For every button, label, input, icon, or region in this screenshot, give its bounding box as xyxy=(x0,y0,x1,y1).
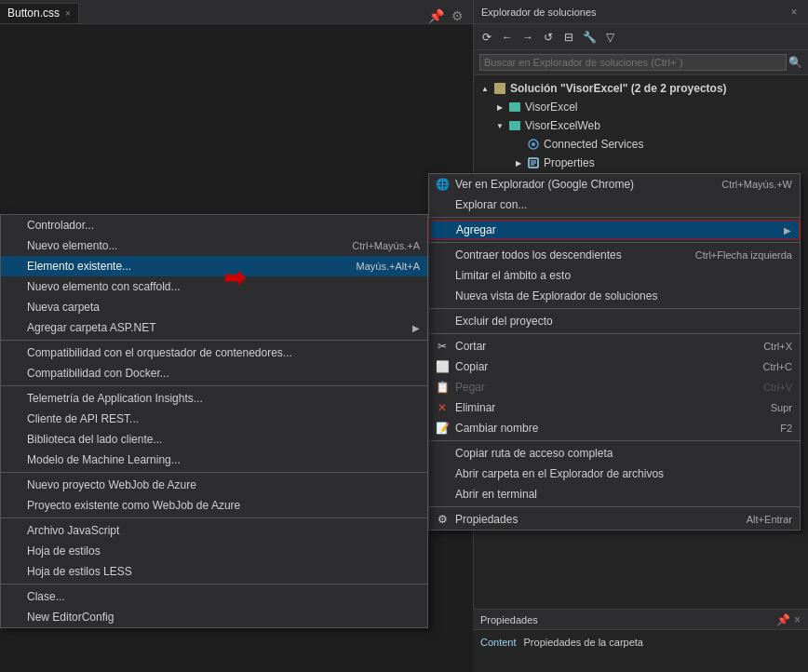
cm-pegar-label: Pegar xyxy=(455,381,485,394)
cm-sep-1 xyxy=(1,340,427,341)
cm-sub-docker[interactable]: Compatibilidad con Docker... xyxy=(1,363,427,383)
tab-bar: Button.css × 📌 ⚙ xyxy=(0,0,473,24)
cm-sub-docker-label: Compatibilidad con Docker... xyxy=(27,367,169,380)
tab-filename: Button.css xyxy=(7,7,60,20)
se-sync-btn[interactable]: ⟳ xyxy=(478,28,496,47)
cm-main-sep2 xyxy=(429,242,800,243)
cm-sub-editorconfig[interactable]: New EditorConfig xyxy=(1,607,427,627)
tab-toolbar: 📌 ⚙ xyxy=(426,8,473,23)
cm-sub-nuevo-elemento-label: Nuevo elemento... xyxy=(27,239,117,252)
cm-explorar-con[interactable]: Explorar con... xyxy=(429,195,800,215)
cm-sub-css[interactable]: Hoja de estilos xyxy=(1,541,427,561)
settings-icon[interactable]: ⚙ xyxy=(450,8,465,23)
cm-sub-css-label: Hoja de estilos xyxy=(27,544,101,558)
cm-limitar-label: Limitar el ámbito a esto xyxy=(455,269,571,282)
cm-sub-api-rest-label: Cliente de API REST... xyxy=(27,412,139,425)
cm-paste-icon: 📋 xyxy=(435,380,450,395)
se-collapse-btn[interactable]: ⊟ xyxy=(559,28,578,47)
se-filter-btn[interactable]: ▽ xyxy=(600,28,619,47)
cm-excluir[interactable]: Excluir del proyecto xyxy=(429,311,800,331)
se-search-icon[interactable]: 🔍 xyxy=(788,56,802,69)
cm-sep-5 xyxy=(1,584,427,585)
cm-sub-existente-shortcut: Mayús.+Alt+A xyxy=(338,261,420,272)
cm-agregar[interactable]: Agregar ▶ xyxy=(429,220,800,240)
cm-sub-elemento-existente[interactable]: Elemento existente... Mayús.+Alt+A xyxy=(1,256,427,276)
cm-main-sep6 xyxy=(429,506,800,507)
cm-sub-editorconfig-label: New EditorConfig xyxy=(27,611,114,624)
cm-cambiar-nombre-shortcut: F2 xyxy=(761,423,792,434)
se-toolbar: ⟳ ← → ↺ ⊟ 🔧 ▽ xyxy=(474,24,808,50)
cm-contraer-shortcut: Ctrl+Flecha izquierda xyxy=(677,249,792,261)
cm-copiar[interactable]: ⬜ Copiar Ctrl+C xyxy=(429,356,800,377)
se-props-btn[interactable]: 🔧 xyxy=(580,28,599,47)
cm-sub-api-rest[interactable]: Cliente de API REST... xyxy=(1,409,427,429)
tree-properties[interactable]: ▶ Properties xyxy=(474,154,808,172)
cm-cortar[interactable]: ✂ Cortar Ctrl+X xyxy=(429,336,800,356)
cm-sub-js[interactable]: Archivo JavaScript xyxy=(1,520,427,541)
cm-sub-webjob-existente[interactable]: Proyecto existente como WebJob de Azure xyxy=(1,495,427,516)
se-title-buttons: × xyxy=(788,6,801,19)
cm-sub-nuevo-scaffold[interactable]: Nuevo elemento con scaffold... xyxy=(1,276,427,297)
se-title-bar: Explorador de soluciones × xyxy=(474,0,808,24)
properties-icon xyxy=(526,155,541,170)
props-content: Content Propiedades de la carpeta xyxy=(473,630,808,654)
cm-sub-nueva-carpeta[interactable]: Nueva carpeta xyxy=(1,297,427,317)
tab-close-btn[interactable]: × xyxy=(65,8,71,19)
sub-context-menu: Controlador... Nuevo elemento... Ctrl+Ma… xyxy=(0,214,428,628)
cm-copiar-ruta[interactable]: Copiar ruta de acceso completa xyxy=(429,443,800,464)
cm-sub-nuevo-elemento[interactable]: Nuevo elemento... Ctrl+Mayús.+A xyxy=(1,235,427,256)
cm-sep-4 xyxy=(1,517,427,518)
cm-contraer[interactable]: Contraer todos los descendientes Ctrl+Fl… xyxy=(429,245,800,265)
cm-sub-orquestador[interactable]: Compatibilidad con el orquestador de con… xyxy=(1,343,427,363)
cm-sep-3 xyxy=(1,472,427,473)
cm-ver-explorador[interactable]: 🌐 Ver en Explorador (Google Chrome) Ctrl… xyxy=(429,174,800,195)
cm-ver-shortcut: Ctrl+Mayús.+W xyxy=(703,179,792,190)
cm-sub-less[interactable]: Hoja de estilos LESS xyxy=(1,561,427,582)
solution-icon xyxy=(492,81,507,96)
svg-point-4 xyxy=(532,142,535,146)
cm-main-sep3 xyxy=(429,308,800,309)
cm-sub-orquestador-label: Compatibilidad con el orquestador de con… xyxy=(27,346,292,359)
se-search-input[interactable] xyxy=(479,54,787,71)
cm-sub-controlador[interactable]: Controlador... xyxy=(1,215,427,235)
active-tab[interactable]: Button.css × xyxy=(0,3,79,23)
cm-cortar-label: Cortar xyxy=(455,340,486,353)
props-close-btn[interactable]: × xyxy=(794,613,801,626)
cm-excluir-label: Excluir del proyecto xyxy=(455,315,553,328)
pin-icon[interactable]: 📌 xyxy=(426,8,446,23)
se-close-btn[interactable]: × xyxy=(788,6,801,19)
cm-sub-webjob-nuevo[interactable]: Nuevo proyecto WebJob de Azure xyxy=(1,475,427,495)
cm-sub-carpeta-arrow: ▶ xyxy=(412,323,420,333)
connected-arrow xyxy=(511,137,526,152)
cm-sub-telemetria[interactable]: Telemetría de Application Insights... xyxy=(1,388,427,409)
cm-abrir-terminal[interactable]: Abrir en terminal xyxy=(429,484,800,504)
se-search-bar: 🔍 xyxy=(474,50,808,75)
cm-nueva-vista[interactable]: Nueva vista de Explorador de soluciones xyxy=(429,286,800,306)
visorexcelweb-icon xyxy=(507,118,522,133)
cm-cambiar-nombre[interactable]: 📝 Cambiar nombre F2 xyxy=(429,418,800,438)
cm-sub-carpeta-asp[interactable]: Agregar carpeta ASP.NET ▶ xyxy=(1,317,427,338)
cm-contraer-label: Contraer todos los descendientes xyxy=(455,249,622,262)
cm-eliminar[interactable]: ✕ Eliminar Supr xyxy=(429,397,800,418)
cm-sub-biblioteca[interactable]: Biblioteca del lado cliente... xyxy=(1,429,427,450)
tree-visorexcelweb[interactable]: ▼ VisorExcelWeb xyxy=(474,116,808,135)
visorexcelweb-arrow: ▼ xyxy=(492,118,507,133)
tree-connected-services[interactable]: Connected Services xyxy=(474,135,808,154)
cm-propiedades[interactable]: ⚙ Propiedades Alt+Entrar xyxy=(429,509,800,530)
tree-solution[interactable]: ▲ Solución "VisorExcel" (2 de 2 proyecto… xyxy=(474,79,808,98)
cm-sub-ml[interactable]: Modelo de Machine Learning... xyxy=(1,450,427,470)
cm-limitar[interactable]: Limitar el ámbito a esto xyxy=(429,265,800,286)
cm-abrir-carpeta[interactable]: Abrir carpeta en el Explorador de archiv… xyxy=(429,464,800,484)
props-pin-btn[interactable]: 📌 xyxy=(776,613,790,626)
se-back-btn[interactable]: ← xyxy=(498,28,517,47)
cm-sub-elemento-existente-label: Elemento existente... xyxy=(27,260,131,273)
connected-icon xyxy=(526,137,541,152)
visorexcel-arrow: ▶ xyxy=(492,100,507,114)
cm-main-sep5 xyxy=(429,440,800,441)
se-forward-btn[interactable]: → xyxy=(518,28,537,47)
props-key: Content xyxy=(480,637,517,648)
tree-visorexcel[interactable]: ▶ VisorExcel xyxy=(474,98,808,116)
cm-sub-clase[interactable]: Clase... xyxy=(1,586,427,607)
se-refresh-btn[interactable]: ↺ xyxy=(539,28,558,47)
svg-rect-1 xyxy=(509,102,520,112)
